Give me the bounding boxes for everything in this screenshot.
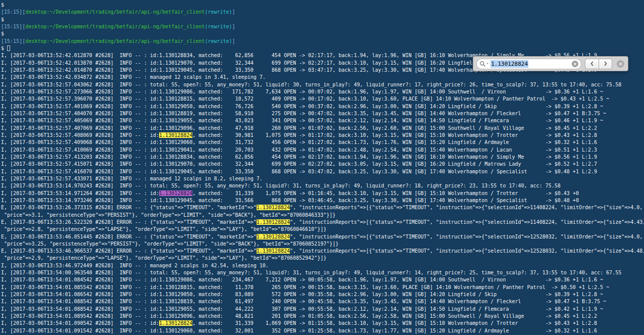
prompt-text: [15:15][: [1, 38, 25, 44]
search-match-highlight: 1.130128824: [257, 219, 290, 225]
log-line: I, [2017-03-06T13:52:42.034872 #2628] IN…: [1, 74, 644, 81]
shell-prompt-line: $: [1, 16, 644, 23]
log-line: I, [2017-03-06T13:53:14.973246 #2628] IN…: [1, 197, 644, 204]
log-text: I, [2017-03-06T13:54:01.088542 #2628] IN…: [1, 306, 603, 312]
log-text: I, [2017-03-06T13:52:57.413203 #2628] IN…: [1, 154, 597, 160]
log-text: I, [2017-03-06T13:52:57.396070 #2628] IN…: [1, 96, 609, 102]
log-text: E, [2017-03-06T13:53:26.522320 #2628] ER…: [1, 219, 257, 225]
log-line: I, [2017-03-06T13:54:01.089542 #2628] IN…: [1, 313, 644, 320]
search-input[interactable]: ▾ 1.130128824 ×: [476, 59, 581, 69]
log-text: I, [2017-03-06T13:52:57.415071 #2628] IN…: [1, 161, 597, 167]
log-text: $: [1, 17, 4, 22]
log-text: "price"=>3.1, "persistenceType"=>"PERSIS…: [1, 212, 335, 218]
log-line: E, [2017-03-06T13:53:26.522320 #2628] ER…: [1, 219, 644, 226]
log-text: I, [2017-03-06T13:54:01.089542 #2628] IN…: [1, 313, 597, 319]
shell-prompt-line: $: [1, 2, 644, 9]
log-line: I, [2017-03-06T13:52:57.407069 #2628] IN…: [1, 125, 644, 132]
log-text: I, [2017-03-06T13:54:01.088542 #2628] IN…: [1, 299, 606, 304]
terminal-output[interactable]: $[15:15][desktop:~/Development/trading/b…: [0, 0, 644, 335]
log-text: I, [2017-03-06T13:52:57.404070 #2628] IN…: [1, 111, 606, 116]
chevron-right-icon: [604, 61, 608, 66]
search-query-text: 1.130128824: [490, 60, 528, 68]
log-line: E, [2017-03-06T13:53:46.966537 #2628] ER…: [1, 248, 644, 255]
git-branch: (rewrite): [205, 38, 232, 44]
log-text: $: [1, 2, 4, 8]
prompt-text: ]: [232, 38, 235, 44]
log-line: I, [2017-03-06T13:54:01.086542 #2628] IN…: [1, 291, 644, 298]
find-next-button[interactable]: [599, 59, 612, 69]
log-text: $: [1, 45, 7, 51]
shell-prompt-line: [15:15][desktop:~/Development/trading/be…: [1, 9, 644, 16]
log-text: I, [2017-03-06T13:52:57.408069 #2628] IN…: [1, 132, 159, 138]
close-find-bar-icon[interactable]: ×: [617, 60, 624, 68]
log-text: I, [2017-03-06T13:52:57.043062 #2628] IN…: [1, 82, 621, 87]
log-text: I, [2017-03-06T13:54:01.084542 #2628] IN…: [1, 277, 603, 282]
log-line: I, [2017-03-06T13:52:57.273066 #2628] IN…: [1, 88, 644, 95]
log-text: ", "instructionReports"=>[{"status"=>"TI…: [290, 205, 642, 210]
git-branch: (rewrite): [205, 24, 232, 29]
terminal-cursor: [7, 45, 10, 51]
log-text: I, [2017-03-06T13:52:42.034872 #2628] IN…: [1, 74, 266, 80]
active-search-match-highlight: 1.130128824: [159, 190, 192, 196]
log-text: "price"=>2.9, "persistenceType"=>"LAPSE"…: [1, 255, 326, 261]
search-match-highlight: 1.130128824: [257, 234, 290, 240]
shell-prompt-line: [15:15][desktop:~/Development/trading/be…: [1, 23, 644, 30]
log-line: I, [2017-03-06T13:54:01.085542 #2628] IN…: [1, 284, 644, 291]
log-line: I, [2017-03-06T13:52:57.433071 #2628] IN…: [1, 175, 644, 182]
log-text: I, [2017-03-06T13:53:46.972449 #2628] IN…: [1, 263, 269, 268]
log-text: I, [2017-03-06T13:52:57.433071 #2628] IN…: [1, 176, 263, 181]
log-text: I, [2017-03-06T13:54:01.086542 #2628] IN…: [1, 292, 603, 297]
log-text: I, [2017-03-06T13:52:57.407069 #2628] IN…: [1, 125, 597, 131]
log-text: I, [2017-03-06T13:52:57.405069 #2628] IN…: [1, 118, 603, 123]
log-line: I, [2017-03-06T13:52:57.401069 #2628] IN…: [1, 103, 644, 110]
log-line: I, [2017-03-06T13:54:01.090542 #2628] IN…: [1, 320, 644, 327]
log-line: I, [2017-03-06T13:54:01.088542 #2628] IN…: [1, 306, 644, 313]
prompt-path: desktop:~/Development/trading/betfair/ap…: [25, 24, 205, 29]
log-line: "price"=>2.9, "persistenceType"=>"LAPSE"…: [1, 255, 644, 262]
prompt-path: desktop:~/Development/trading/betfair/ap…: [25, 38, 205, 44]
log-text: $: [1, 31, 4, 36]
log-text: , matched: 31,339 1,075 OPEN -> 01:16:45…: [192, 190, 579, 196]
log-text: ", "instructionReports"=>[{"status"=>"TI…: [290, 248, 644, 254]
log-line: E, [2017-03-06T13:53:46.051445 #2628] ER…: [1, 233, 644, 241]
prompt-text: ]: [232, 9, 235, 15]
log-text: I, [2017-03-06T13:52:57.416070 #2628] IN…: [1, 169, 597, 174]
shell-prompt-line: $: [1, 30, 644, 37]
log-text: I, [2017-03-06T13:54:01.091542 #2628] IN…: [1, 328, 597, 333]
log-text: , matched: 30,981 1,075 OPEN -> 01:17:02…: [192, 132, 597, 138]
log-line: I, [2017-03-06T13:52:57.410069 #2628] IN…: [1, 147, 644, 154]
terminal-window: $[15:15][desktop:~/Development/trading/b…: [0, 0, 644, 335]
log-line: I, [2017-03-06T13:54:00.963540 #2628] IN…: [1, 269, 644, 276]
find-previous-button[interactable]: [585, 59, 599, 69]
log-text: I, [2017-03-06T13:54:01.085542 #2628] IN…: [1, 284, 609, 290]
find-navigation: [585, 59, 612, 69]
git-branch: (rewrite): [205, 9, 232, 15]
log-text: , matched: 31,339 1,069 OPEN -> 01:15:58…: [192, 320, 597, 326]
log-text: ", "instructionReports"=>[{"status"=>"TI…: [290, 234, 642, 240]
search-match-highlight: 1.130128824: [257, 248, 290, 254]
log-text: E, [2017-03-06T13:53:46.966537 #2628] ER…: [1, 248, 257, 254]
log-line: I, [2017-03-06T13:52:57.405069 #2628] IN…: [1, 117, 644, 124]
log-line: I, [2017-03-06T13:53:46.972449 #2628] IN…: [1, 262, 644, 269]
search-icon: ▾: [479, 61, 488, 67]
log-line: I, [2017-03-06T13:52:57.396070 #2628] IN…: [1, 95, 644, 103]
search-match-highlight: 1.130128824: [159, 132, 192, 138]
log-text: I, [2017-03-06T13:52:57.409068 #2628] IN…: [1, 139, 597, 145]
find-bar: ▾ 1.130128824 × ×: [473, 56, 628, 71]
log-text: "price"=>3.25, "persistenceType"=>"PERSI…: [1, 241, 338, 247]
log-line: "price"=>3.25, "persistenceType"=>"PERSI…: [1, 241, 644, 248]
prompt-path: desktop:~/Development/trading/betfair/ap…: [25, 9, 205, 15]
log-line: I, [2017-03-06T13:54:01.091542 #2628] IN…: [1, 327, 644, 334]
shell-prompt-line: $: [1, 45, 644, 52]
prompt-text: ]: [232, 24, 235, 29]
log-text: I, [2017-03-06T13:54:01.090542 #2628] IN…: [1, 320, 159, 326]
log-text: I, [2017-03-06T13:53:14.970243 #2628] IN…: [1, 183, 561, 188]
log-text: I, [2017-03-06T13:52:57.410069 #2628] IN…: [1, 147, 597, 153]
log-line: E, [2017-03-06T13:53:26.373315 #2628] ER…: [1, 204, 644, 211]
log-line: "price"=>3.1, "persistenceType"=>"PERSIS…: [1, 212, 644, 219]
log-text: ", "instructionReports"=>[{"status"=>"TI…: [290, 219, 644, 225]
log-line: I, [2017-03-06T13:53:14.970243 #2628] IN…: [1, 182, 644, 189]
clear-search-icon[interactable]: ×: [572, 61, 578, 67]
log-text: I, [2017-03-06T13:53:14.973246 #2628] IN…: [1, 198, 579, 203]
log-line: I, [2017-03-06T13:53:14.971264 #2628] IN…: [1, 190, 644, 197]
